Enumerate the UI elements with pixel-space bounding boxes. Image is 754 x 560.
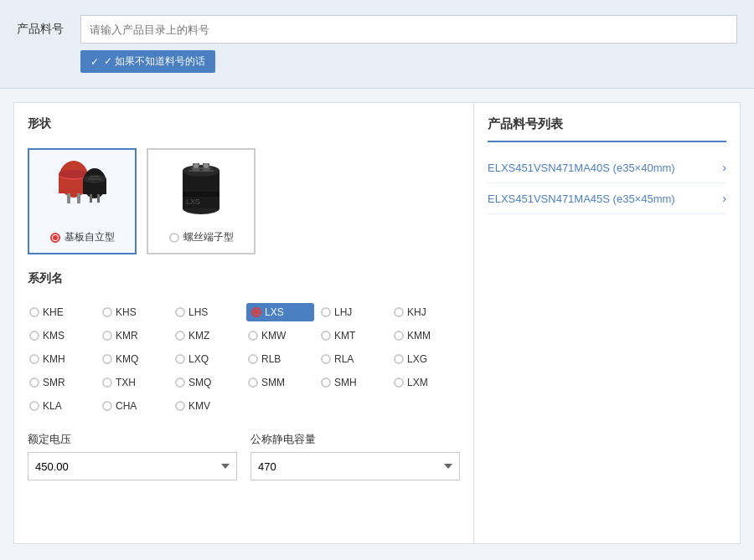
series-label-lhj: LHJ xyxy=(334,306,352,318)
series-item-lhj[interactable]: LHJ xyxy=(319,303,387,321)
main-content: 形状 xyxy=(0,89,754,557)
series-item-kmh[interactable]: KMH xyxy=(28,350,96,368)
series-radio-kmz xyxy=(175,331,185,341)
series-radio-kmw xyxy=(248,331,258,341)
series-item-rlb[interactable]: RLB xyxy=(246,350,314,368)
svg-rect-10 xyxy=(97,194,100,203)
series-item-khe[interactable]: KHE xyxy=(28,303,96,321)
params-row: 额定电压 450.00 公称静电容量 470 xyxy=(28,432,460,480)
series-section-title: 系列名 xyxy=(28,271,460,291)
svg-rect-9 xyxy=(90,194,92,203)
series-radio-smr xyxy=(29,378,39,388)
series-radio-lhj xyxy=(321,307,331,317)
series-label-txh: TXH xyxy=(116,377,136,388)
series-item-lxm[interactable]: LXM xyxy=(392,373,460,392)
series-radio-kmt xyxy=(321,331,331,341)
series-item-txh[interactable]: TXH xyxy=(101,373,168,392)
series-item-lxs[interactable]: LXS xyxy=(246,303,314,321)
series-radio-kla xyxy=(29,401,39,411)
svg-rect-22 xyxy=(183,192,219,197)
capacitance-group: 公称静电容量 470 xyxy=(250,432,460,480)
product-list: ELXS451VSN471MA40S (e35×40mm)›ELXS451VSN… xyxy=(488,152,726,214)
series-item-lxg[interactable]: LXG xyxy=(392,350,460,368)
series-item-kmt[interactable]: KMT xyxy=(319,326,387,345)
series-radio-txh xyxy=(102,378,112,388)
series-label-kmv: KMV xyxy=(188,400,210,412)
series-item-smq[interactable]: SMQ xyxy=(173,373,241,392)
series-item-cha[interactable]: CHA xyxy=(101,397,168,415)
svg-rect-5 xyxy=(77,193,80,203)
series-item-kmq[interactable]: KMQ xyxy=(101,350,168,368)
series-radio-kmr xyxy=(102,331,112,341)
series-label-lhs: LHS xyxy=(188,306,208,318)
series-label-khe: KHE xyxy=(43,306,64,318)
series-item-kmm[interactable]: KMM xyxy=(392,326,460,345)
product-list-item-0[interactable]: ELXS451VSN471MA40S (e35×40mm)› xyxy=(488,152,726,183)
series-label-smh: SMH xyxy=(334,377,357,388)
product-name-1: ELXS451VSN471MA45S (e35×45mm) xyxy=(488,193,675,205)
right-panel: 产品料号列表 ELXS451VSN471MA40S (e35×40mm)›ELX… xyxy=(474,102,741,544)
series-item-khs[interactable]: KHS xyxy=(101,303,168,321)
series-item-rla[interactable]: RLA xyxy=(319,350,387,368)
screw-radio[interactable] xyxy=(169,233,179,243)
series-label-smq: SMQ xyxy=(188,377,211,388)
series-item-kla[interactable]: KLA xyxy=(28,397,96,415)
series-radio-khj xyxy=(394,307,404,317)
series-radio-smh xyxy=(321,378,331,388)
screw-label: 螺丝端子型 xyxy=(169,230,234,244)
series-radio-kmq xyxy=(102,354,112,364)
shape-screw[interactable]: LXS 螺丝端子型 xyxy=(147,148,256,254)
series-label-smm: SMM xyxy=(261,377,285,388)
series-item-smm[interactable]: SMM xyxy=(246,373,314,392)
product-name-0: ELXS451VSN471MA40S (e35×40mm) xyxy=(488,162,675,174)
series-label-kla: KLA xyxy=(43,400,62,412)
capacitance-select[interactable]: 470 xyxy=(250,452,460,480)
shape-section-title: 形状 xyxy=(28,116,460,136)
series-item-kmz[interactable]: KMZ xyxy=(173,326,241,345)
series-radio-kms xyxy=(29,331,39,341)
series-radio-smm xyxy=(248,378,258,388)
product-arrow-1: › xyxy=(722,192,726,205)
product-list-title: 产品料号列表 xyxy=(488,116,726,142)
series-item-lxq[interactable]: LXQ xyxy=(173,350,241,368)
series-item-kmw[interactable]: KMW xyxy=(246,326,314,345)
series-label-lxs: LXS xyxy=(265,306,284,318)
capacitance-label: 公称静电容量 xyxy=(250,432,460,447)
series-item-lhs[interactable]: LHS xyxy=(173,303,241,321)
product-number-input[interactable] xyxy=(80,15,737,44)
voltage-group: 额定电压 450.00 xyxy=(28,432,237,480)
series-radio-khe xyxy=(29,307,39,317)
shape-snap-in[interactable]: 基板自立型 xyxy=(28,148,137,254)
series-radio-kmm xyxy=(394,331,404,341)
series-radio-lxm xyxy=(394,378,404,388)
series-label-khj: KHJ xyxy=(407,306,426,318)
series-label-lxq: LXQ xyxy=(188,353,209,365)
series-label-kmr: KMR xyxy=(116,330,138,342)
series-item-smh[interactable]: SMH xyxy=(319,373,387,392)
series-label-lxm: LXM xyxy=(407,377,428,388)
series-item-kmr[interactable]: KMR xyxy=(101,326,168,345)
series-radio-lhs xyxy=(175,307,185,317)
series-radio-rlb xyxy=(248,354,258,364)
voltage-label: 额定电压 xyxy=(28,432,237,447)
help-button[interactable]: ✓ ✓ 如果不知道料号的话 xyxy=(80,50,215,73)
series-item-khj[interactable]: KHJ xyxy=(392,303,460,321)
series-item-kms[interactable]: KMS xyxy=(28,326,96,345)
series-label-kmh: KMH xyxy=(43,353,65,365)
snap-in-radio[interactable] xyxy=(50,233,60,243)
series-label-lxg: LXG xyxy=(407,353,427,365)
product-number-section: 产品料号 ✓ ✓ 如果不知道料号的话 xyxy=(0,0,754,89)
voltage-select[interactable]: 450.00 xyxy=(28,452,237,480)
series-item-smr[interactable]: SMR xyxy=(28,373,96,392)
series-radio-kmv xyxy=(175,401,185,411)
series-label-cha: CHA xyxy=(116,400,137,412)
series-radio-cha xyxy=(102,401,112,411)
series-radio-khs xyxy=(102,307,112,317)
svg-point-20 xyxy=(194,163,199,168)
series-item-kmv[interactable]: KMV xyxy=(173,397,241,415)
series-grid: KHEKHSLHSLXSLHJKHJKMSKMRKMZKMWKMTKMMKMHK… xyxy=(28,303,460,415)
product-list-item-1[interactable]: ELXS451VSN471MA45S (e35×45mm)› xyxy=(488,183,726,214)
svg-text:LXS: LXS xyxy=(186,198,200,206)
input-area: ✓ ✓ 如果不知道料号的话 xyxy=(80,15,737,73)
series-label-smr: SMR xyxy=(43,377,65,388)
